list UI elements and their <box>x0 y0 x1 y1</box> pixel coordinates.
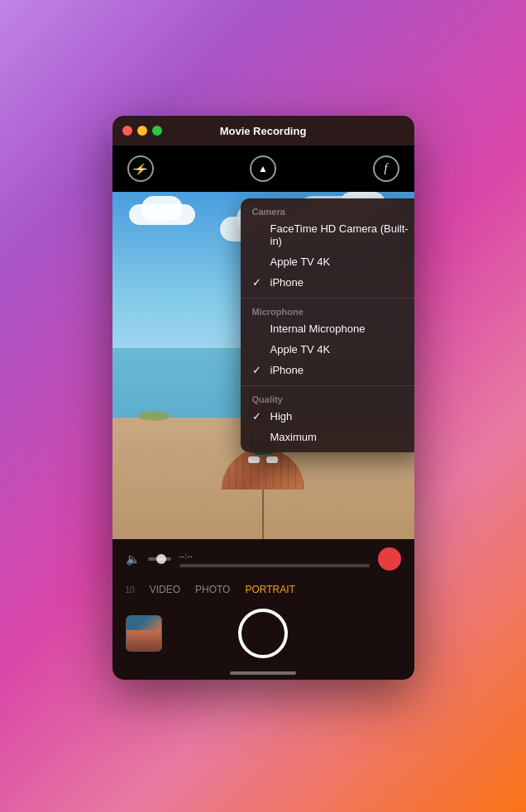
capture-row <box>112 600 414 666</box>
home-indicator <box>112 666 414 680</box>
minimize-button[interactable] <box>137 126 147 136</box>
traffic-lights <box>122 126 162 136</box>
timeline-bar[interactable] <box>179 564 370 567</box>
person-feet <box>248 456 278 463</box>
menu-item-facetime-hd[interactable]: FaceTime HD Camera (Built-in) <box>241 218 414 251</box>
app-window: Movie Recording ⚡ ▲ f <box>112 116 414 680</box>
menu-item-apple-tv-mic[interactable]: Apple TV 4K <box>241 339 414 360</box>
check-icon-iphone-camera: ✓ <box>252 276 264 289</box>
timeline-area: --:-- <box>179 552 370 567</box>
menu-label-high: High <box>270 410 411 423</box>
menu-label-iphone-camera: iPhone <box>270 276 411 289</box>
umbrella-handle <box>262 490 264 539</box>
home-indicator-bar <box>230 671 296 675</box>
check-icon-iphone-mic: ✓ <box>252 364 264 376</box>
mode-selector: 10 VIDEO PHOTO PORTRAIT <box>112 579 414 600</box>
menu-label-iphone-mic: iPhone <box>270 364 411 376</box>
menu-label-facetime-hd: FaceTime HD Camera (Built-in) <box>270 222 411 247</box>
mode-video[interactable]: VIDEO <box>150 584 180 595</box>
menu-label-apple-tv-mic: Apple TV 4K <box>270 343 411 356</box>
flash-button[interactable]: ⚡ <box>127 155 154 182</box>
volume-slider[interactable] <box>148 557 171 561</box>
chevron-up-button[interactable]: ▲ <box>250 155 276 182</box>
title-bar: Movie Recording <box>112 116 414 146</box>
facetime-button[interactable]: f <box>373 155 399 182</box>
right-foot <box>266 456 278 463</box>
menu-label-maximum: Maximum <box>270 431 411 443</box>
window-title: Movie Recording <box>220 125 307 137</box>
thumbnail-content <box>127 630 161 651</box>
mode-scroll-indicator: 10 <box>126 585 135 595</box>
mode-photo[interactable]: PHOTO <box>195 584 230 595</box>
island <box>137 411 170 421</box>
playback-controls: 🔈 --:-- <box>112 539 414 579</box>
menu-item-apple-tv-camera[interactable]: Apple TV 4K <box>241 251 414 272</box>
quality-section: Quality ✓ High Maximum <box>241 386 414 452</box>
last-capture-thumbnail[interactable] <box>126 615 162 652</box>
volume-thumb <box>156 554 166 564</box>
timeline-time: --:-- <box>179 552 370 561</box>
shutter-button[interactable] <box>238 609 288 658</box>
menu-label-apple-tv-camera: Apple TV 4K <box>270 256 411 268</box>
record-button[interactable] <box>378 547 401 571</box>
camera-settings-dropdown: Camera FaceTime HD Camera (Built-in) App… <box>241 198 414 452</box>
thumbnail-image <box>127 616 161 651</box>
camera-view: Camera FaceTime HD Camera (Built-in) App… <box>112 192 414 539</box>
menu-item-iphone-camera[interactable]: ✓ iPhone <box>241 272 414 293</box>
menu-item-high[interactable]: ✓ High <box>241 406 414 427</box>
volume-icon: 🔈 <box>126 552 140 566</box>
maximize-button[interactable] <box>152 126 162 136</box>
camera-section-header: Camera <box>241 203 414 218</box>
menu-item-maximum[interactable]: Maximum <box>241 427 414 447</box>
top-controls-bar: ⚡ ▲ f <box>112 146 414 192</box>
menu-item-iphone-mic[interactable]: ✓ iPhone <box>241 360 414 380</box>
facetime-icon: f <box>385 162 388 175</box>
flash-icon: ⚡ <box>134 163 147 175</box>
close-button[interactable] <box>122 126 132 136</box>
cloud-1b <box>141 196 183 221</box>
chevron-up-icon: ▲ <box>258 163 268 174</box>
camera-section: Camera FaceTime HD Camera (Built-in) App… <box>241 198 414 299</box>
menu-label-internal-mic: Internal Microphone <box>270 322 411 335</box>
menu-item-internal-mic[interactable]: Internal Microphone <box>241 318 414 339</box>
microphone-section-header: Microphone <box>241 303 414 318</box>
mode-portrait[interactable]: PORTRAIT <box>245 584 294 595</box>
left-foot <box>248 456 260 463</box>
check-icon-high: ✓ <box>252 410 264 423</box>
quality-section-header: Quality <box>241 391 414 406</box>
microphone-section: Microphone Internal Microphone Apple TV … <box>241 299 414 386</box>
